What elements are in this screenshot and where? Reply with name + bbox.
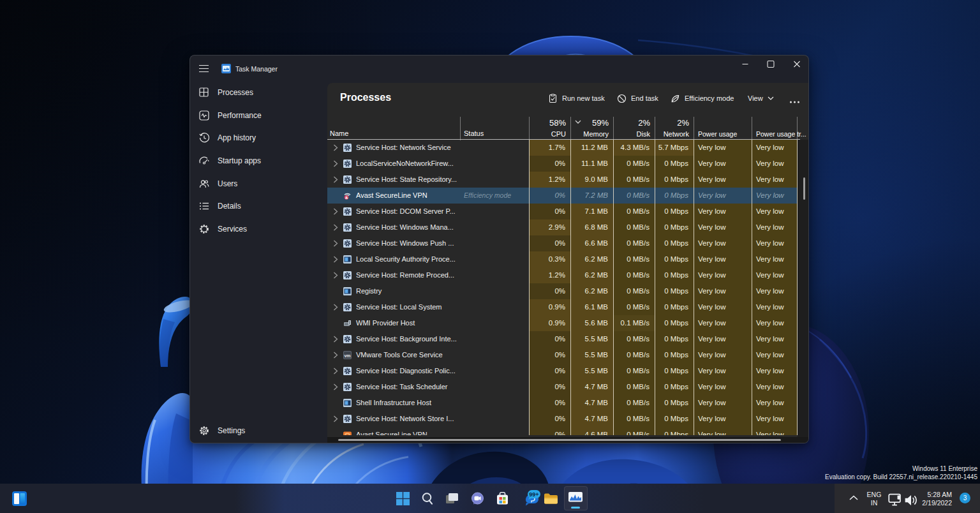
svg-text:99+: 99+ — [529, 491, 538, 498]
